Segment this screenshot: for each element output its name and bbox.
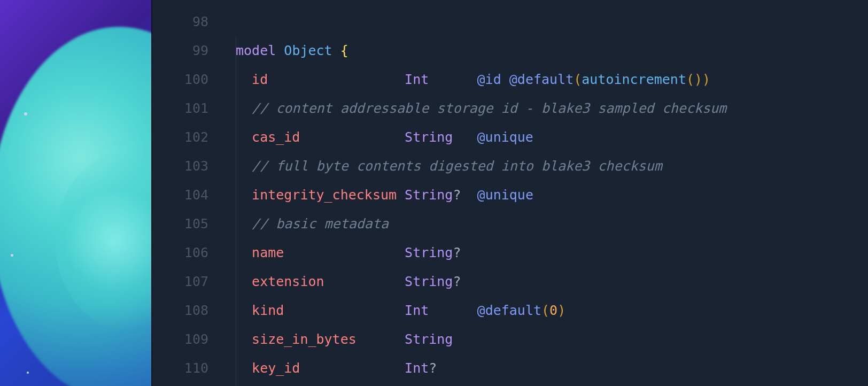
- field-token: size_in_bytes: [252, 331, 356, 347]
- field-token: integrity_checksum: [252, 187, 397, 203]
- code-line[interactable]: size_in_bytes String: [236, 325, 868, 354]
- code-line[interactable]: id Int @id @default(autoincrement()): [236, 65, 868, 94]
- attribute-token: @unique: [477, 129, 533, 145]
- code-line[interactable]: // basic metadata: [236, 210, 868, 238]
- paren-token: (: [541, 303, 549, 318]
- comment-token: // basic metadata: [252, 216, 389, 231]
- star-icon: [24, 112, 27, 115]
- optional-token: ?: [429, 360, 437, 376]
- code-line[interactable]: // full byte contents digested into blak…: [236, 152, 868, 181]
- type-token: String: [405, 331, 453, 347]
- type-token: String: [405, 274, 453, 289]
- type-token: Int: [405, 72, 429, 87]
- brace-token: {: [340, 43, 348, 58]
- line-number: 99: [152, 36, 208, 65]
- code-line[interactable]: [236, 7, 868, 36]
- attribute-token: @default: [477, 303, 541, 318]
- line-number: 107: [152, 267, 208, 296]
- type-token: Object: [284, 43, 332, 58]
- optional-token: ?: [453, 274, 461, 289]
- line-number: 100: [152, 65, 208, 94]
- desktop-wallpaper: [0, 0, 151, 386]
- optional-token: ?: [453, 187, 461, 203]
- type-token: String: [405, 187, 453, 203]
- line-number-gutter: 98 99 100 101 102 103 104 105 106 107 10…: [152, 0, 222, 386]
- attribute-token: @default: [509, 72, 574, 87]
- line-number: 104: [152, 181, 208, 210]
- line-number: 101: [152, 94, 208, 123]
- type-token: String: [405, 245, 453, 260]
- field-token: key_id: [252, 360, 300, 376]
- field-token: kind: [252, 303, 284, 318]
- code-line[interactable]: kind Int @default(0): [236, 296, 868, 325]
- comment-token: // full byte contents digested into blak…: [252, 158, 662, 174]
- code-line[interactable]: integrity_checksum String? @unique: [236, 181, 868, 210]
- line-number: 106: [152, 238, 208, 267]
- line-number: 102: [152, 123, 208, 152]
- line-number: 110: [152, 354, 208, 383]
- line-number: 109: [152, 325, 208, 354]
- paren-token: ): [702, 72, 710, 87]
- attribute-token: @id: [477, 72, 501, 87]
- field-token: cas_id: [252, 129, 300, 145]
- line-number: 103: [152, 152, 208, 181]
- paren-token: (: [574, 72, 582, 87]
- field-token: name: [252, 245, 284, 260]
- star-icon: [11, 254, 13, 257]
- paren-token: (: [686, 72, 694, 87]
- type-token: String: [405, 129, 453, 145]
- optional-token: ?: [453, 245, 461, 260]
- star-icon: [27, 372, 29, 374]
- attribute-token: @unique: [477, 187, 533, 203]
- type-token: Int: [405, 360, 429, 376]
- paren-token: ): [694, 72, 702, 87]
- code-line[interactable]: model Object {: [236, 36, 868, 65]
- comment-token: // content addressable storage id - blak…: [252, 101, 726, 116]
- paren-token: ): [557, 303, 565, 318]
- type-token: Int: [405, 303, 429, 318]
- code-line[interactable]: extension String?: [236, 267, 868, 296]
- code-editor[interactable]: 98 99 100 101 102 103 104 105 106 107 10…: [151, 0, 868, 386]
- line-number: 108: [152, 296, 208, 325]
- line-number: 105: [152, 210, 208, 238]
- code-content[interactable]: model Object { id Int @id @default(autoi…: [222, 0, 868, 386]
- keyword-token: model: [236, 43, 276, 58]
- field-token: id: [252, 72, 268, 87]
- indent-guide: [236, 36, 236, 386]
- code-line[interactable]: name String?: [236, 238, 868, 267]
- code-line[interactable]: // content addressable storage id - blak…: [236, 94, 868, 123]
- code-line[interactable]: key_id Int?: [236, 354, 868, 383]
- function-token: autoincrement: [582, 72, 686, 87]
- number-token: 0: [549, 303, 557, 318]
- field-token: extension: [252, 274, 324, 289]
- code-line[interactable]: cas_id String @unique: [236, 123, 868, 152]
- line-number: 98: [152, 7, 208, 36]
